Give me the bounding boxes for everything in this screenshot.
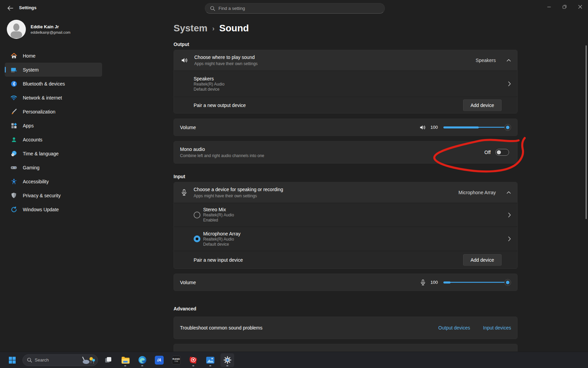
volume-speaker-icon[interactable] — [419, 124, 426, 131]
sidebar-item-network-internet[interactable]: Network & internet — [5, 91, 102, 105]
rand-one-app-button[interactable]: RAND ONE — [169, 353, 183, 367]
troubleshoot-card: Troubleshoot common sound problems Outpu… — [174, 317, 518, 339]
home-icon — [10, 52, 17, 59]
red-target-app-button[interactable] — [186, 353, 200, 367]
sidebar-item-label: Time & language — [23, 151, 59, 156]
add-input-device-button[interactable]: Add device — [463, 254, 502, 266]
device-name: Microphone Array — [203, 231, 241, 237]
page-title: Sound — [219, 23, 249, 34]
breadcrumb-system[interactable]: System — [174, 23, 208, 34]
output-volume-handle[interactable] — [504, 124, 511, 131]
search-highlight-image — [80, 356, 96, 365]
start-button[interactable] — [5, 353, 19, 367]
sidebar-item-label: Apps — [23, 123, 34, 128]
microphone-array-radio[interactable] — [194, 235, 200, 242]
avatar — [7, 20, 26, 39]
sidebar-item-label: Gaming — [23, 165, 39, 170]
settings-search-input[interactable] — [218, 6, 380, 11]
photos-app-button[interactable] — [203, 353, 217, 367]
sidebar-item-home[interactable]: Home — [5, 49, 102, 63]
device-status: Default device — [203, 242, 241, 247]
sidebar-item-gaming[interactable]: Gaming — [5, 160, 102, 174]
sidebar-item-accounts[interactable]: Accounts — [5, 133, 102, 147]
sidebar-item-apps[interactable]: Apps — [5, 119, 102, 133]
profile-card[interactable]: Eddie Kain Jr eddielkainjr@gmail.com — [7, 20, 70, 39]
accessibility-icon — [10, 178, 17, 185]
mono-audio-title: Mono audio — [180, 146, 264, 152]
task-view-icon — [104, 356, 112, 364]
sidebar-item-label: Bluetooth & devices — [23, 81, 65, 87]
mono-audio-toggle[interactable] — [495, 149, 509, 156]
edge-button[interactable] — [135, 353, 149, 367]
input-header-row[interactable]: Choose a device for speaking or recordin… — [174, 182, 517, 203]
output-header-row[interactable]: Choose where to play sound Apps might ha… — [174, 50, 517, 71]
device-status: Enabled — [203, 218, 234, 223]
chevron-right-icon — [508, 236, 511, 242]
settings-search-box[interactable] — [205, 3, 385, 14]
sidebar-item-system[interactable]: System — [5, 63, 102, 77]
photos-app-icon — [206, 356, 215, 365]
profile-email: eddielkainjr@gmail.com — [31, 30, 70, 34]
device-name: Speakers — [194, 76, 225, 82]
sidebar-item-label: Network & internet — [23, 95, 62, 101]
taskbar-search-input[interactable] — [35, 357, 77, 363]
output-volume-card: Volume 100 — [174, 119, 518, 136]
device-driver: Realtek(R) Audio — [203, 237, 241, 242]
sidebar-item-accessibility[interactable]: Accessibility — [5, 174, 102, 188]
stereo-mix-row[interactable]: Stereo Mix Realtek(R) Audio Enabled — [174, 203, 517, 227]
back-button[interactable] — [4, 3, 16, 13]
rand-one-app-icon: RAND ONE — [172, 356, 181, 365]
restore-button[interactable] — [557, 0, 572, 14]
chevron-up-icon[interactable] — [506, 59, 511, 62]
mono-audio-card: Mono audio Combine left and right audio … — [174, 141, 518, 164]
advanced-section-label: Advanced — [174, 306, 518, 312]
sidebar-item-label: Personalization — [23, 109, 55, 114]
close-icon — [578, 5, 582, 9]
restore-icon — [562, 5, 567, 9]
minimize-button[interactable] — [541, 0, 557, 14]
chevron-right-icon — [508, 212, 511, 218]
output-device-value: Speakers — [476, 58, 496, 63]
output-speakers-row[interactable]: Speakers Realtek(R) Audio Default device — [174, 71, 517, 97]
back-arrow-icon — [7, 6, 13, 11]
taskbar: /A RAND ONE — [0, 352, 588, 368]
input-volume-slider[interactable] — [443, 279, 509, 286]
profile-name: Eddie Kain Jr — [31, 24, 70, 29]
volume-mic-icon[interactable] — [420, 279, 426, 286]
edge-icon — [138, 356, 147, 364]
sidebar-item-bluetooth-devices[interactable]: Bluetooth & devices — [5, 77, 102, 91]
file-explorer-icon — [121, 356, 130, 364]
output-devices-link[interactable]: Output devices — [438, 325, 470, 331]
windows-logo-icon — [9, 356, 16, 364]
sidebar-item-label: System — [23, 67, 39, 73]
output-volume-slider[interactable] — [443, 124, 509, 131]
task-view-button[interactable] — [101, 353, 115, 367]
input-pair-row: Pair a new input device Add device — [174, 251, 517, 269]
file-explorer-button[interactable] — [118, 353, 132, 367]
sidebar-item-personalization[interactable]: Personalization — [5, 105, 102, 119]
settings-app-button[interactable] — [220, 353, 234, 367]
stereo-mix-radio[interactable] — [194, 212, 200, 218]
sidebar-item-label: Accessibility — [23, 179, 49, 184]
input-devices-link[interactable]: Input devices — [483, 325, 511, 331]
add-output-device-button[interactable]: Add device — [463, 99, 502, 111]
sidebar-item-label: Home — [23, 53, 35, 59]
sidebar-item-privacy-security[interactable]: Privacy & security — [5, 188, 102, 202]
sidebar-item-windows-update[interactable]: Windows Update — [5, 202, 102, 216]
close-button[interactable] — [572, 0, 588, 14]
breadcrumb: System › Sound — [174, 22, 518, 35]
blue-app-button[interactable]: /A — [152, 353, 166, 367]
pair-input-label: Pair a new input device — [194, 257, 243, 263]
scrollbar[interactable] — [586, 45, 587, 219]
output-section-label: Output — [174, 42, 518, 48]
taskbar-search-box[interactable] — [22, 354, 98, 366]
sidebar-item-time-language[interactable]: Time & language — [5, 147, 102, 160]
microphone-array-row[interactable]: Microphone Array Realtek(R) Audio Defaul… — [174, 227, 517, 251]
input-volume-value: 100 — [430, 280, 439, 285]
input-device-value: Microphone Array — [458, 190, 496, 195]
apps-icon — [10, 122, 17, 129]
gamepad-icon — [10, 164, 17, 171]
input-volume-handle[interactable] — [504, 279, 511, 286]
chevron-up-icon[interactable] — [506, 191, 511, 194]
sidebar-nav: Home System Bluetooth & devices Network … — [5, 49, 102, 216]
